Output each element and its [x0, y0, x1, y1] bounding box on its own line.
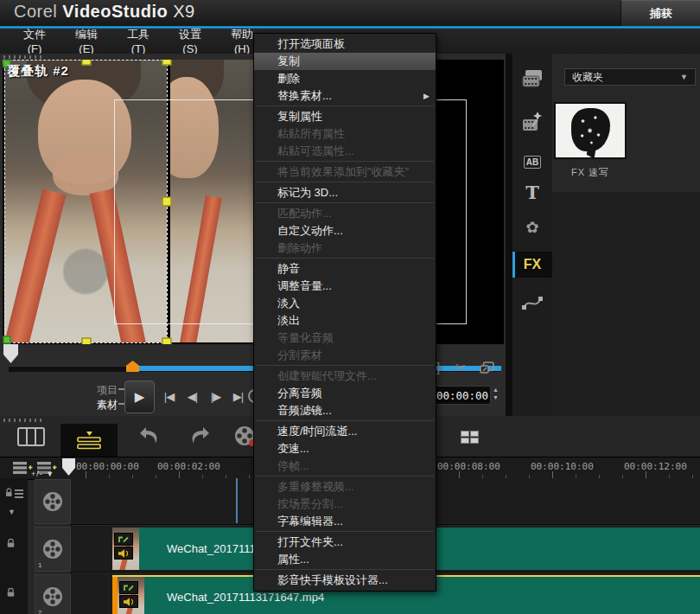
context-menu-item: 粘贴可选属性...: [254, 143, 436, 160]
spinner-down-icon[interactable]: ▼: [493, 394, 499, 400]
mark-out-icon[interactable]: ]: [436, 360, 440, 374]
menu-file[interactable]: 文件(F): [17, 27, 52, 55]
overlay-track-1-header[interactable]: 1: [35, 527, 71, 572]
track-height-toggle[interactable]: +/- ▼: [31, 470, 54, 478]
swap-tracks-icon[interactable]: [461, 431, 479, 444]
video-track-header[interactable]: [35, 479, 71, 524]
overlay-track-2-header[interactable]: 2: [35, 574, 71, 614]
context-menu-item-label: 音频滤镜...: [277, 404, 332, 417]
track-lock-icon[interactable]: [5, 586, 16, 602]
context-menu-item[interactable]: 复制属性: [254, 108, 436, 125]
trim-handle[interactable]: [126, 361, 139, 372]
timecode-spinner[interactable]: ▲▼: [491, 386, 500, 403]
enlarge-preview-icon[interactable]: [480, 361, 494, 378]
sketch-effect-preview: [571, 108, 610, 151]
context-menu-item-label: 删除动作: [277, 241, 322, 254]
timecode-display[interactable]: 00:00:00: [434, 386, 491, 405]
context-menu-item[interactable]: 属性...: [254, 551, 436, 568]
context-menu-item-label: 打开选项面板: [277, 37, 345, 50]
timeline-playhead[interactable]: [62, 458, 75, 476]
context-menu-item[interactable]: 打开文件夹...: [254, 534, 436, 551]
end-button[interactable]: ▶|: [227, 387, 249, 406]
context-menu-item-label: 复制: [277, 54, 300, 67]
next-frame-button[interactable]: |▶: [205, 387, 226, 406]
custom-motion-badge-icon: [114, 533, 133, 546]
menu-tools[interactable]: 工具(T): [121, 27, 156, 55]
redo-button[interactable]: [188, 426, 211, 447]
gallery-category-value: 收藏夹: [572, 70, 603, 85]
filter-icon[interactable]: FX: [512, 252, 552, 278]
transition-icon[interactable]: AB: [512, 149, 552, 175]
logo-product: VideoStudio: [62, 2, 168, 21]
storyboard-view-button[interactable]: [17, 426, 45, 447]
context-menu-item[interactable]: 静音: [254, 260, 436, 278]
previous-frame-button[interactable]: ◀|: [181, 387, 203, 406]
menu-edit[interactable]: 编辑(E): [69, 27, 104, 55]
context-menu-item-label: 停帧...: [277, 459, 309, 472]
ruler-timecode-label: 00:00:00:00: [76, 461, 139, 472]
track-number: 1: [38, 561, 41, 569]
context-menu-item[interactable]: 速度/时间流逝...: [254, 423, 436, 440]
resize-handle[interactable]: [81, 338, 91, 345]
panel-grip[interactable]: [3, 55, 43, 59]
context-menu-item-label: 等量化音频: [277, 331, 334, 344]
menu-separator: [256, 476, 434, 476]
ruler-timecode-label: 00:00:08:00: [437, 461, 500, 472]
context-menu-item-label: 自定义动作...: [277, 224, 343, 237]
play-button[interactable]: ▶: [124, 381, 155, 413]
context-menu-item: 按场景分割...: [254, 496, 436, 513]
context-menu-item[interactable]: 淡入: [254, 295, 436, 312]
context-menu-item[interactable]: 复制: [254, 53, 436, 70]
split-clip-icon[interactable]: ✂: [455, 360, 467, 375]
context-menu-item[interactable]: 字幕编辑器...: [254, 513, 436, 530]
resize-handle[interactable]: [162, 60, 172, 66]
gallery-category-dropdown[interactable]: 收藏夹 ▼: [564, 68, 696, 86]
context-menu-item[interactable]: 打开选项面板: [254, 35, 436, 53]
context-menu-item: 将当前效果添加到"收藏夹": [254, 163, 436, 181]
collapse-caret-icon[interactable]: ▼: [8, 508, 16, 516]
spinner-up-icon[interactable]: ▲: [493, 387, 499, 393]
context-menu-item[interactable]: 淡出: [254, 312, 436, 329]
undo-button[interactable]: [138, 426, 161, 447]
overlay-selection-box[interactable]: [4, 60, 168, 343]
scrub-start-flag[interactable]: [3, 344, 18, 363]
context-menu-item[interactable]: 变速...: [254, 440, 436, 457]
context-menu-item[interactable]: 音频滤镜...: [254, 402, 436, 419]
timeline-view-button[interactable]: [60, 424, 118, 457]
title-bar: Corel VideoStudio X9: [0, 0, 700, 26]
context-menu-item: 创建智能代理文件...: [254, 368, 436, 385]
capture-tab[interactable]: 捕获: [620, 0, 700, 27]
playhead-line: [236, 478, 238, 523]
clip-mode-label[interactable]: 素材: [97, 398, 118, 413]
context-menu-item: 删除动作: [254, 240, 436, 257]
lock-all-tracks-icon[interactable]: [4, 487, 25, 502]
title-icon[interactable]: T: [512, 179, 552, 205]
resize-handle[interactable]: [162, 338, 172, 345]
context-menu-item[interactable]: 标记为 3D...: [254, 184, 436, 201]
context-menu-item-label: 替换素材...: [277, 89, 332, 102]
context-menu-item[interactable]: 替换素材...▶: [254, 87, 436, 105]
context-menu-item[interactable]: 自定义动作...: [254, 222, 436, 240]
filter-thumbnail[interactable]: [554, 102, 627, 159]
menu-settings[interactable]: 设置(S): [173, 27, 207, 55]
audio-badge-icon: [119, 595, 138, 608]
home-button[interactable]: |◀: [158, 387, 180, 406]
resize-handle[interactable]: [162, 197, 172, 207]
resize-handle[interactable]: [81, 60, 91, 66]
project-mode-label[interactable]: 项目: [97, 383, 118, 398]
filter-thumbnail-caption: FX 速写: [554, 166, 627, 179]
context-menu-item[interactable]: 调整音量...: [254, 278, 436, 295]
context-menu-item[interactable]: 删除: [254, 70, 436, 87]
context-menu-item[interactable]: 分离音频: [254, 385, 436, 402]
panel-grip[interactable]: [3, 419, 43, 422]
context-menu-item[interactable]: 影音快手模板设计器...: [254, 572, 436, 589]
graphic-icon[interactable]: ✿: [512, 214, 552, 240]
distort-handle[interactable]: [3, 336, 11, 344]
instant-project-icon[interactable]: [512, 109, 552, 135]
media-library-icon[interactable]: [512, 66, 552, 92]
track-lock-icon[interactable]: [5, 537, 16, 553]
motion-tracking-icon[interactable]: [512, 291, 552, 317]
context-menu-item-label: 标记为 3D...: [277, 186, 338, 199]
track-manager-button[interactable]: [12, 460, 33, 479]
context-menu-item-label: 按场景分割...: [277, 497, 343, 510]
